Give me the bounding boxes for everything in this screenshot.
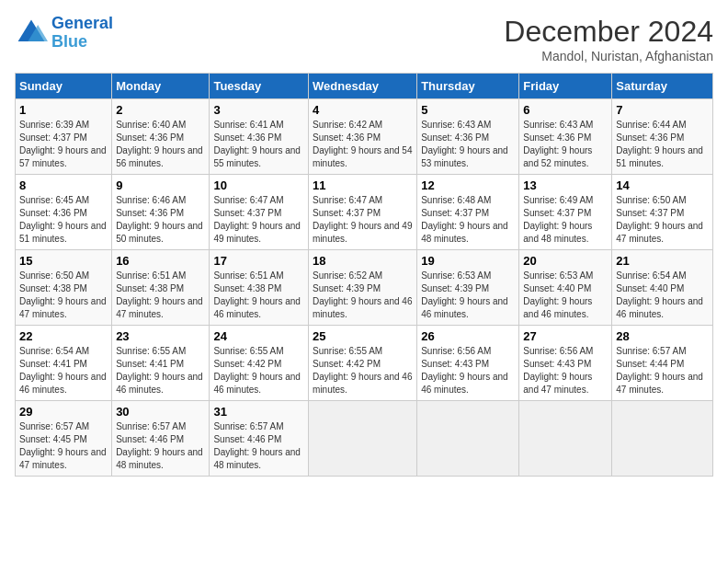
day-cell [417, 401, 519, 477]
day-number: 29 [19, 405, 108, 419]
day-cell: 24 Sunrise: 6:55 AM Sunset: 4:42 PM Dayl… [210, 326, 309, 401]
day-number: 3 [213, 103, 304, 117]
day-cell: 26 Sunrise: 6:56 AM Sunset: 4:43 PM Dayl… [417, 326, 519, 401]
day-number: 11 [313, 178, 413, 192]
day-info: Sunrise: 6:55 AM Sunset: 4:42 PM Dayligh… [213, 345, 304, 396]
day-cell: 1 Sunrise: 6:39 AM Sunset: 4:37 PM Dayli… [16, 99, 112, 175]
day-number: 30 [116, 405, 205, 419]
day-cell: 31 Sunrise: 6:57 AM Sunset: 4:46 PM Dayl… [210, 401, 309, 477]
day-cell: 10 Sunrise: 6:47 AM Sunset: 4:37 PM Dayl… [210, 175, 309, 250]
day-info: Sunrise: 6:54 AM Sunset: 4:40 PM Dayligh… [616, 270, 709, 321]
header-cell-sunday: Sunday [16, 74, 112, 99]
day-cell: 5 Sunrise: 6:43 AM Sunset: 4:36 PM Dayli… [417, 99, 519, 175]
day-number: 15 [19, 254, 108, 268]
day-info: Sunrise: 6:40 AM Sunset: 4:36 PM Dayligh… [116, 119, 205, 170]
day-info: Sunrise: 6:42 AM Sunset: 4:36 PM Dayligh… [313, 119, 413, 170]
day-info: Sunrise: 6:57 AM Sunset: 4:46 PM Dayligh… [116, 420, 205, 472]
day-number: 12 [421, 178, 515, 192]
day-cell: 16 Sunrise: 6:51 AM Sunset: 4:38 PM Dayl… [112, 250, 210, 326]
day-info: Sunrise: 6:51 AM Sunset: 4:38 PM Dayligh… [116, 270, 205, 321]
day-number: 16 [116, 254, 205, 268]
week-row-5: 29 Sunrise: 6:57 AM Sunset: 4:45 PM Dayl… [16, 401, 713, 477]
day-cell: 2 Sunrise: 6:40 AM Sunset: 4:36 PM Dayli… [112, 99, 210, 175]
day-info: Sunrise: 6:49 AM Sunset: 4:37 PM Dayligh… [523, 194, 608, 246]
calendar-header-row: SundayMondayTuesdayWednesdayThursdayFrid… [16, 74, 713, 99]
day-number: 18 [313, 254, 413, 268]
day-cell: 13 Sunrise: 6:49 AM Sunset: 4:37 PM Dayl… [519, 175, 612, 250]
day-number: 21 [616, 254, 709, 268]
day-number: 25 [313, 329, 413, 343]
calendar-table: SundayMondayTuesdayWednesdayThursdayFrid… [15, 73, 713, 477]
day-info: Sunrise: 6:46 AM Sunset: 4:36 PM Dayligh… [116, 194, 205, 246]
day-number: 9 [116, 178, 205, 192]
month-title: December 2024 [504, 15, 713, 49]
day-info: Sunrise: 6:56 AM Sunset: 4:43 PM Dayligh… [523, 345, 608, 396]
day-number: 13 [523, 178, 608, 192]
day-cell: 9 Sunrise: 6:46 AM Sunset: 4:36 PM Dayli… [112, 175, 210, 250]
day-number: 6 [523, 103, 608, 117]
day-info: Sunrise: 6:43 AM Sunset: 4:36 PM Dayligh… [421, 119, 515, 170]
day-cell: 8 Sunrise: 6:45 AM Sunset: 4:36 PM Dayli… [16, 175, 112, 250]
day-cell: 4 Sunrise: 6:42 AM Sunset: 4:36 PM Dayli… [309, 99, 417, 175]
day-info: Sunrise: 6:51 AM Sunset: 4:38 PM Dayligh… [213, 270, 304, 321]
day-info: Sunrise: 6:50 AM Sunset: 4:37 PM Dayligh… [616, 194, 709, 246]
day-info: Sunrise: 6:43 AM Sunset: 4:36 PM Dayligh… [523, 119, 608, 170]
day-number: 26 [421, 329, 515, 343]
day-cell [519, 401, 612, 477]
day-number: 17 [213, 254, 304, 268]
day-number: 2 [116, 103, 205, 117]
logo: General Blue [15, 15, 113, 52]
day-cell: 21 Sunrise: 6:54 AM Sunset: 4:40 PM Dayl… [612, 250, 713, 326]
day-info: Sunrise: 6:55 AM Sunset: 4:42 PM Dayligh… [313, 345, 413, 396]
day-cell: 20 Sunrise: 6:53 AM Sunset: 4:40 PM Dayl… [519, 250, 612, 326]
day-number: 22 [19, 329, 108, 343]
day-info: Sunrise: 6:52 AM Sunset: 4:39 PM Dayligh… [313, 270, 413, 321]
day-info: Sunrise: 6:53 AM Sunset: 4:40 PM Dayligh… [523, 270, 608, 321]
header-cell-thursday: Thursday [417, 74, 519, 99]
header-cell-wednesday: Wednesday [309, 74, 417, 99]
day-cell: 12 Sunrise: 6:48 AM Sunset: 4:37 PM Dayl… [417, 175, 519, 250]
title-area: December 2024 Mandol, Nuristan, Afghanis… [504, 15, 713, 63]
day-cell: 23 Sunrise: 6:55 AM Sunset: 4:41 PM Dayl… [112, 326, 210, 401]
week-row-1: 1 Sunrise: 6:39 AM Sunset: 4:37 PM Dayli… [16, 99, 713, 175]
day-number: 27 [523, 329, 608, 343]
day-cell: 7 Sunrise: 6:44 AM Sunset: 4:36 PM Dayli… [612, 99, 713, 175]
day-cell: 14 Sunrise: 6:50 AM Sunset: 4:37 PM Dayl… [612, 175, 713, 250]
day-number: 10 [213, 178, 304, 192]
day-number: 5 [421, 103, 515, 117]
day-cell: 3 Sunrise: 6:41 AM Sunset: 4:36 PM Dayli… [210, 99, 309, 175]
day-number: 19 [421, 254, 515, 268]
header-cell-saturday: Saturday [612, 74, 713, 99]
day-info: Sunrise: 6:47 AM Sunset: 4:37 PM Dayligh… [313, 194, 413, 246]
day-info: Sunrise: 6:39 AM Sunset: 4:37 PM Dayligh… [19, 119, 108, 170]
week-row-4: 22 Sunrise: 6:54 AM Sunset: 4:41 PM Dayl… [16, 326, 713, 401]
day-cell: 29 Sunrise: 6:57 AM Sunset: 4:45 PM Dayl… [16, 401, 112, 477]
day-cell: 25 Sunrise: 6:55 AM Sunset: 4:42 PM Dayl… [309, 326, 417, 401]
day-number: 14 [616, 178, 709, 192]
day-cell: 6 Sunrise: 6:43 AM Sunset: 4:36 PM Dayli… [519, 99, 612, 175]
day-number: 28 [616, 329, 709, 343]
header-cell-monday: Monday [112, 74, 210, 99]
day-info: Sunrise: 6:56 AM Sunset: 4:43 PM Dayligh… [421, 345, 515, 396]
header-cell-friday: Friday [519, 74, 612, 99]
day-cell [612, 401, 713, 477]
day-info: Sunrise: 6:55 AM Sunset: 4:41 PM Dayligh… [116, 345, 205, 396]
day-info: Sunrise: 6:48 AM Sunset: 4:37 PM Dayligh… [421, 194, 515, 246]
day-info: Sunrise: 6:57 AM Sunset: 4:44 PM Dayligh… [616, 345, 709, 396]
day-info: Sunrise: 6:57 AM Sunset: 4:45 PM Dayligh… [19, 420, 108, 472]
day-info: Sunrise: 6:47 AM Sunset: 4:37 PM Dayligh… [213, 194, 304, 246]
day-info: Sunrise: 6:45 AM Sunset: 4:36 PM Dayligh… [19, 194, 108, 246]
day-cell: 22 Sunrise: 6:54 AM Sunset: 4:41 PM Dayl… [16, 326, 112, 401]
day-cell: 18 Sunrise: 6:52 AM Sunset: 4:39 PM Dayl… [309, 250, 417, 326]
day-cell [309, 401, 417, 477]
day-number: 1 [19, 103, 108, 117]
day-cell: 15 Sunrise: 6:50 AM Sunset: 4:38 PM Dayl… [16, 250, 112, 326]
week-row-3: 15 Sunrise: 6:50 AM Sunset: 4:38 PM Dayl… [16, 250, 713, 326]
header: General Blue December 2024 Mandol, Nuris… [15, 15, 713, 63]
day-number: 24 [213, 329, 304, 343]
day-cell: 11 Sunrise: 6:47 AM Sunset: 4:37 PM Dayl… [309, 175, 417, 250]
day-cell: 17 Sunrise: 6:51 AM Sunset: 4:38 PM Dayl… [210, 250, 309, 326]
location: Mandol, Nuristan, Afghanistan [504, 49, 713, 63]
header-cell-tuesday: Tuesday [210, 74, 309, 99]
day-number: 8 [19, 178, 108, 192]
